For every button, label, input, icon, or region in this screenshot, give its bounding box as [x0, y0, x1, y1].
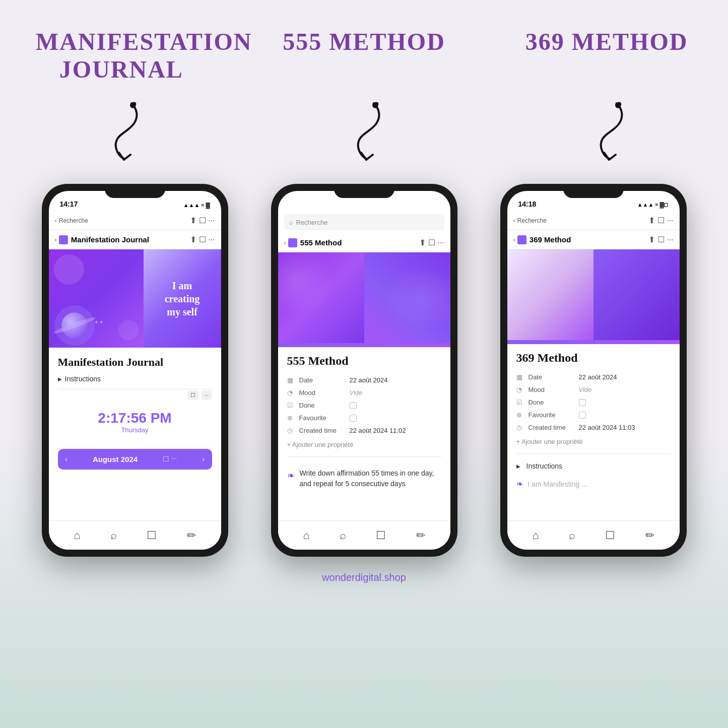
phone-journal: 14:17 ▲▲▲ ≈ ▓ ‹ Recherche ⬆ ☐ ··· ‹ Mani…	[42, 184, 228, 557]
inbox-icon-2[interactable]: ☐	[376, 529, 386, 542]
cal-comment[interactable]: ☐	[163, 455, 169, 464]
fav-icon-3: ⊕	[516, 411, 524, 419]
fav-checkbox-2[interactable]	[350, 415, 357, 422]
widget-controls: ☐ ···	[49, 389, 221, 401]
mood-icon-3: ◔	[516, 386, 524, 393]
cal-next[interactable]: ›	[202, 454, 205, 465]
prop-date-2: ▦ Date 22 août 2024	[278, 374, 450, 386]
hero-creating-text: I am creating my self	[161, 275, 204, 322]
nav-bar-3b: ‹ 369 Method ⬆ ☐ ···	[507, 230, 680, 249]
purple-tag-1	[59, 235, 68, 244]
ctrl-comment[interactable]: ☐	[187, 390, 198, 400]
hero-collage-2	[278, 252, 450, 343]
search-icon-1[interactable]: ⌕	[110, 529, 117, 542]
done-checkbox-3[interactable]	[579, 399, 586, 406]
nav-bar-3a: ‹ Recherche ⬆ ☐ ···	[507, 211, 680, 230]
instructions-row: ▶ Instructions	[49, 373, 221, 389]
home-icon-1[interactable]: ⌂	[74, 529, 80, 542]
label-369: 369 METHOD	[521, 28, 692, 83]
clock-widget: 2:17:56 PM Thursday	[49, 401, 221, 443]
content-divider-3	[516, 453, 671, 454]
phone-notch-1	[105, 184, 165, 198]
time-icon-3: ◷	[516, 424, 524, 431]
bottom-nav-2: ⌂ ⌕ ☐ ✏	[278, 520, 450, 550]
555-title: 555 Method	[278, 347, 450, 374]
nav-bar-1b: ‹ Manifestation Journal ⬆ ☐ ···	[49, 230, 221, 249]
edit-icon-3[interactable]: ✏	[645, 529, 654, 542]
cal-prev[interactable]: ‹	[65, 454, 68, 465]
affirmation-block-2: ❧ Write down affirmation 55 times in one…	[278, 461, 450, 496]
phone-369: 14:18 ▲▲▲ ≈ ▓◻ ‹ Recherche ⬆ ☐ ··· ‹ 369…	[500, 184, 687, 557]
nav-bar-2: ‹ 555 Method ⬆ ☐ ···	[278, 233, 450, 252]
time-icon-2: ◷	[287, 427, 295, 434]
fav-checkbox-3[interactable]	[579, 412, 586, 419]
nav-bar-1: ‹ Recherche ⬆ ☐ ···	[49, 211, 221, 230]
prop-date-3: ▦ Date 22 août 2024	[507, 371, 680, 383]
search-icon-3[interactable]: ⌕	[569, 529, 575, 542]
calendar-icon-2: ▦	[287, 376, 295, 384]
prop-fav-3: ⊕ Favourite	[507, 409, 680, 421]
iam-block-3: ❧ I am Manifesting ...	[507, 474, 680, 494]
label-journal: MANIFESTATION JOURNAL	[36, 28, 207, 83]
bottom-nav-3: ⌂ ⌕ ☐ ✏	[507, 520, 680, 550]
purple-header-bar-3	[507, 340, 680, 344]
prop-fav-2: ⊕ Favourite	[278, 412, 450, 424]
done-checkbox-2[interactable]	[350, 402, 357, 409]
stars: ✦ ✦	[94, 319, 104, 325]
instructions-block-3: ▶ Instructions	[507, 458, 680, 474]
bottom-nav-1: ⌂ ⌕ ☐ ✏	[49, 520, 221, 550]
purple-tag-3	[517, 235, 526, 244]
cal-more[interactable]: ···	[172, 455, 177, 464]
search-bar-2[interactable]: ⌕ Recherche	[284, 214, 444, 230]
search-icon-2[interactable]: ⌕	[340, 529, 346, 542]
footer-url: wonderdigital.shop	[0, 557, 728, 593]
mood-icon-2: ◔	[287, 389, 295, 396]
prop-done-2: ☑ Done	[278, 399, 450, 412]
done-icon-2: ☑	[287, 402, 295, 409]
hero-collage-3	[507, 249, 680, 340]
home-icon-3[interactable]: ⌂	[532, 529, 539, 542]
calendar-widget[interactable]: ‹ August 2024 ☐ ··· ›	[58, 449, 212, 470]
fav-icon-2: ⊕	[287, 414, 295, 422]
arrow-1	[36, 98, 207, 164]
content-divider-2	[287, 456, 441, 457]
triangle-icon: ▶	[58, 376, 62, 382]
journal-title: Manifestation Journal	[49, 348, 221, 373]
hero-image-1: I am creating my self ✦ ✦	[49, 249, 221, 348]
search-glass-icon: ⌕	[289, 219, 293, 226]
prop-created-3: ◷ Created time 22 août 2024 11:03	[507, 421, 680, 434]
phone-notch-2	[334, 184, 394, 198]
tulip-icon-3: ❧	[516, 479, 523, 489]
calendar-icon-3: ▦	[516, 373, 524, 381]
label-555: 555 METHOD	[278, 28, 449, 83]
add-property-2[interactable]: + Ajouter une propriété	[278, 437, 450, 452]
planet-decoration	[61, 312, 88, 339]
arrow-3	[521, 98, 692, 164]
edit-icon-1[interactable]: ✏	[187, 529, 196, 542]
369-title: 369 Method	[507, 344, 680, 371]
add-property-3[interactable]: + Ajouter une propriété	[507, 434, 680, 449]
purple-tag-2	[288, 238, 297, 247]
purple-header-bar-2	[278, 343, 450, 347]
home-icon-2[interactable]: ⌂	[303, 529, 309, 542]
ctrl-more[interactable]: ···	[202, 390, 212, 400]
phone-555: ⌕ Recherche ‹ 555 Method ⬆ ☐ ···	[271, 184, 457, 557]
prop-mood-3: ◔ Mood Vide	[507, 383, 680, 396]
inbox-icon-1[interactable]: ☐	[147, 529, 157, 542]
phone-notch-3	[563, 184, 624, 198]
triangle-icon-3: ▶	[516, 464, 520, 469]
prop-done-3: ☑ Done	[507, 396, 680, 409]
prop-created-2: ◷ Created time 22 août 2024 11:02	[278, 424, 450, 437]
arrow-2	[278, 98, 449, 164]
done-icon-3: ☑	[516, 399, 524, 406]
prop-mood-2: ◔ Mood Vide	[278, 386, 450, 399]
edit-icon-2[interactable]: ✏	[416, 529, 425, 542]
inbox-icon-3[interactable]: ☐	[605, 529, 615, 542]
tulip-icon-2: ❧	[287, 469, 295, 483]
